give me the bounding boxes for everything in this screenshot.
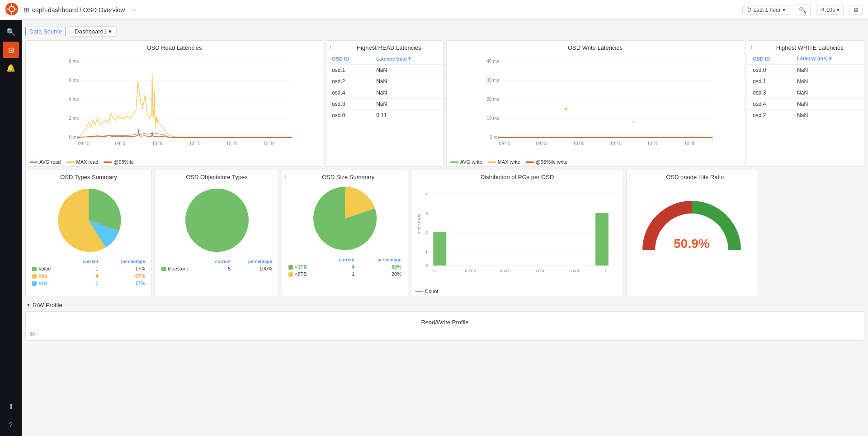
dashboard-icon: ⊞ [24, 6, 29, 14]
time-range-button[interactable]: ⏱ Last 1 hour ▾ [742, 5, 789, 15]
osd-id-cell: osd.2 [747, 110, 792, 121]
monitor-button[interactable]: 🖥 [849, 5, 863, 15]
osd-read-latencies-chart-area: 8 ms 6 ms 4 ms 2 ms 0 ms 09:40 09:50 10:… [26, 53, 323, 157]
svg-text:0.600: 0.600 [534, 268, 545, 273]
legend-count-label: Count [425, 289, 438, 294]
table-row: osd.2 NaN [747, 110, 864, 121]
svg-text:0: 0 [425, 263, 428, 268]
svg-text:2 ms: 2 ms [69, 116, 79, 121]
legend-95ile-write-label: @95%ile write [536, 159, 567, 165]
table-row: osd.3 NaN [747, 87, 864, 99]
pg-distribution-title: Distribution of PGs per OSD [411, 170, 623, 182]
osd-write-latencies-chart-area: 40 ms 30 ms 20 ms 10 ms 0 ms 09:40 09:50… [447, 53, 744, 157]
rw-profile-header[interactable]: ▾ R/W Profile [25, 299, 864, 311]
osd-id-cell: osd.4 [326, 87, 371, 99]
monitor-icon: 🖥 [853, 7, 859, 13]
latency-cell: NaN [371, 87, 443, 99]
refresh-icon: ↺ [820, 7, 825, 13]
legend-95ile-write: @95%ile write [526, 159, 567, 165]
osd-size-summary-panel: i OSD Size Summary current [282, 170, 408, 296]
latency-cell: NaN [371, 65, 443, 76]
refresh-button[interactable]: ↺ 10s ▾ [816, 5, 844, 15]
rw-profile-label: R/W Profile [33, 302, 62, 308]
sidebar-item-alerts[interactable]: 🔔 [3, 60, 19, 76]
grafana-logo[interactable] [5, 3, 18, 17]
svg-text:3: 3 [425, 211, 428, 216]
latency-cell: NaN [792, 87, 864, 99]
sidebar-item-dashboards[interactable]: ⊞ [3, 42, 19, 58]
dashboard-select-label: Dashboard1 [75, 28, 107, 35]
svg-text:10:10: 10:10 [189, 141, 201, 146]
highest-write-col-osdid[interactable]: OSD ID [747, 53, 792, 65]
sidebar-item-search[interactable]: 🔍 [3, 24, 19, 40]
legend-max-write: MAX write [488, 159, 520, 165]
svg-text:09:40: 09:40 [78, 141, 90, 146]
osd-types-summary-title: OSD Types Summary [26, 170, 151, 182]
datasource-button[interactable]: Data Source [25, 27, 66, 36]
highest-write-table: OSD ID Latency (ms) ▾ osd.0 NaN osd.1 [747, 53, 864, 121]
highest-read-info-icon[interactable]: i [326, 42, 335, 52]
write-latencies-svg: 40 ms 30 ms 20 ms 10 ms 0 ms 09:40 09:50… [450, 55, 740, 154]
svg-text:0 ms: 0 ms [490, 135, 500, 140]
main-content: Data Source Dashboard1 ▾ OSD Read Latenc… [22, 20, 868, 344]
svg-text:0.400: 0.400 [500, 268, 511, 273]
size-summary-info-icon[interactable]: i [282, 171, 288, 182]
osd-id-cell: osd.1 [326, 65, 371, 76]
highest-write-info-icon[interactable]: i [747, 42, 755, 52]
osd-id-cell: osd.3 [326, 99, 371, 110]
svg-rect-59 [433, 232, 446, 265]
svg-text:4 ms: 4 ms [69, 97, 79, 102]
latency-cell: NaN [792, 65, 864, 76]
pg-distribution-panel: Distribution of PGs per OSD # of OSDs 4 … [411, 170, 623, 296]
first-row-grid: OSD Read Latencies 8 ms 6 ms 4 ms 2 ms 0… [25, 40, 864, 167]
legend-row: Value 1 17% [29, 265, 148, 272]
legend-max-write-label: MAX write [498, 159, 520, 165]
osd-id-cell: osd.0 [747, 65, 792, 76]
legend-95ile-read: @95%ile [104, 159, 133, 165]
dashboard-select[interactable]: Dashboard1 ▾ [70, 26, 117, 37]
latency-cell: NaN [792, 99, 864, 110]
time-range-label: Last 1 hour [754, 7, 781, 13]
types-summary-pie [26, 182, 151, 256]
svg-text:10:30: 10:30 [684, 141, 696, 146]
legend-row: bluestore 5 100% [159, 265, 275, 272]
highest-read-col-latency[interactable]: Latency (ms) ▾ [371, 53, 443, 64]
dashboard-chevron-icon: ▾ [108, 28, 112, 35]
read-latencies-legend: AVG read MAX read @95%ile [26, 157, 323, 166]
svg-point-38 [565, 108, 567, 110]
osd-id-cell: osd.2 [326, 76, 371, 87]
alerts-icon: 🔔 [6, 64, 15, 72]
clock-icon: ⏱ [746, 7, 752, 13]
svg-text:8 ms: 8 ms [69, 59, 79, 64]
svg-text:10:20: 10:20 [226, 141, 238, 146]
topbar: ⊞ ceph-dashboard / OSD Overview ⋯ ⏱ Last… [0, 0, 868, 20]
table-row: osd.1 NaN [747, 76, 864, 87]
zoom-out-button[interactable]: 🔍 [795, 5, 811, 15]
osd-read-latencies-title: OSD Read Latencies [26, 41, 323, 53]
svg-text:10:00: 10:00 [152, 141, 164, 146]
highest-read-col-osdid[interactable]: OSD ID [326, 53, 371, 65]
osd-read-latencies-panel: OSD Read Latencies 8 ms 6 ms 4 ms 2 ms 0… [25, 40, 323, 167]
svg-text:20 ms: 20 ms [487, 97, 499, 102]
sort-icon-write: ▾ [829, 56, 832, 61]
latency-cell: NaN [371, 76, 443, 87]
legend-avg-write-label: AVG write [460, 159, 482, 165]
breadcrumb-app[interactable]: ceph-dashboard / OSD Overview [32, 6, 125, 14]
svg-text:09:50: 09:50 [115, 141, 127, 146]
onode-info-icon[interactable]: i [627, 171, 633, 182]
sub-topbar: Data Source Dashboard1 ▾ [25, 24, 864, 40]
breadcrumb: ⊞ ceph-dashboard / OSD Overview ⋯ [24, 6, 742, 14]
osd-objectstore-types-panel: OSD Objectstore Types current percentage [155, 170, 279, 296]
svg-text:6 ms: 6 ms [69, 78, 79, 83]
highest-write-col-latency[interactable]: Latency (ms) ▾ [792, 53, 864, 65]
osd-id-cell: osd.1 [747, 76, 792, 87]
onode-hits-ratio-title: OSD onode Hits Ratio [633, 170, 757, 182]
share-button[interactable]: ⋯ [130, 6, 137, 14]
legend-95ile-read-label: @95%ile [113, 159, 133, 165]
latency-cell: NaN [792, 76, 864, 87]
objectstore-legend-table: current percentage bluestore 5 100% [159, 258, 275, 272]
svg-text:0 ms: 0 ms [69, 135, 79, 140]
svg-text:1: 1 [604, 268, 606, 273]
pg-distribution-chart-area: # of OSDs 4 3 2 1 0 0 0.200 0.40 [411, 182, 623, 287]
write-latencies-legend: AVG write MAX write @95%ile write [447, 157, 744, 166]
